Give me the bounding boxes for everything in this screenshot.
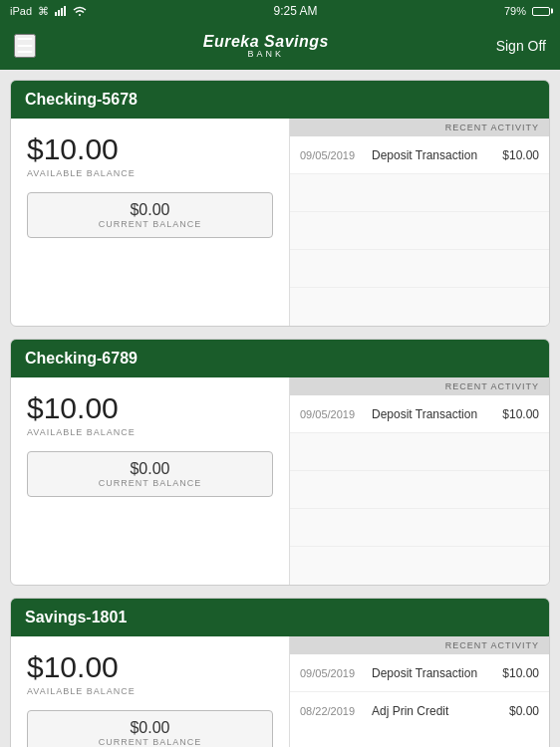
transaction-desc: Deposit Transaction [372,666,491,680]
available-balance-label: AVAILABLE BALANCE [27,427,273,437]
account-body: $10.00 AVAILABLE BALANCE $0.00 CURRENT B… [11,377,549,585]
current-balance-amount: $0.00 [40,201,260,219]
empty-row [290,509,549,547]
current-balance-box[interactable]: $0.00 CURRENT BALANCE [27,451,273,497]
status-left: iPad ⌘︎ [10,5,87,18]
svg-rect-3 [64,6,66,16]
transaction-amount: $10.00 [491,148,539,162]
account-header: Savings-1801 [11,599,549,636]
empty-row [290,174,549,212]
account-body: $10.00 AVAILABLE BALANCE $0.00 CURRENT B… [11,636,549,747]
account-card-savings-1801: Savings-1801 $10.00 AVAILABLE BALANCE $0… [10,598,550,747]
status-right: 79% [504,5,550,17]
app-logo: Eureka Savings Bank [203,33,329,59]
empty-row [290,471,549,509]
account-left: $10.00 AVAILABLE BALANCE $0.00 CURRENT B… [11,377,290,585]
battery-icon [532,7,550,16]
device-label: iPad [10,5,32,17]
available-balance-label: AVAILABLE BALANCE [27,686,273,696]
account-card-checking-5678: Checking-5678 $10.00 AVAILABLE BALANCE $… [10,80,550,327]
available-balance-label: AVAILABLE BALANCE [27,168,273,178]
account-left: $10.00 AVAILABLE BALANCE $0.00 CURRENT B… [11,119,290,326]
current-balance-label: CURRENT BALANCE [40,219,260,229]
transaction-row[interactable]: 09/05/2019 Deposit Transaction $10.00 [290,654,549,692]
recent-activity-header: RECENT ACTIVITY [290,377,549,395]
current-balance-label: CURRENT BALANCE [40,737,260,747]
current-balance-amount: $0.00 [40,719,260,737]
empty-row [290,547,549,585]
current-balance-label: CURRENT BALANCE [40,478,260,488]
transaction-amount: $0.00 [491,704,539,718]
recent-activity-header: RECENT ACTIVITY [290,119,549,136]
account-body: $10.00 AVAILABLE BALANCE $0.00 CURRENT B… [11,119,549,326]
account-right: RECENT ACTIVITY 09/05/2019 Deposit Trans… [290,377,549,585]
transaction-date: 09/05/2019 [300,667,372,679]
account-card-checking-6789: Checking-6789 $10.00 AVAILABLE BALANCE $… [10,339,550,586]
account-header: Checking-6789 [11,340,549,377]
available-balance-amount: $10.00 [27,650,273,684]
transaction-desc: Adj Prin Credit [372,704,491,718]
transaction-row[interactable]: 08/22/2019 Adj Prin Credit $0.00 [290,692,549,730]
current-balance-box[interactable]: $0.00 CURRENT BALANCE [27,710,273,747]
empty-row [290,433,549,471]
wifi-signal-icon [73,6,87,16]
transaction-desc: Deposit Transaction [372,407,491,421]
nav-bar: ☰ Eureka Savings Bank Sign Off [0,22,560,70]
signal-bars-icon [55,6,67,16]
transaction-row[interactable]: 09/05/2019 Deposit Transaction $10.00 [290,395,549,433]
available-balance-amount: $10.00 [27,391,273,425]
account-right: RECENT ACTIVITY 09/05/2019 Deposit Trans… [290,119,549,326]
sign-off-button[interactable]: Sign Off [496,38,546,54]
status-time: 9:25 AM [273,4,317,18]
status-bar: iPad ⌘︎ 9:25 AM 79% [0,0,560,22]
svg-rect-0 [55,12,57,16]
current-balance-amount: $0.00 [40,460,260,478]
svg-rect-2 [61,8,63,16]
transaction-date: 08/22/2019 [300,705,372,717]
empty-row [290,212,549,250]
available-balance-amount: $10.00 [27,132,273,166]
transaction-desc: Deposit Transaction [372,148,491,162]
current-balance-box[interactable]: $0.00 CURRENT BALANCE [27,192,273,238]
svg-point-4 [79,14,81,16]
battery-percent: 79% [504,5,526,17]
transaction-amount: $10.00 [491,666,539,680]
empty-row [290,250,549,288]
svg-rect-1 [58,10,60,16]
transaction-amount: $10.00 [491,407,539,421]
transaction-date: 09/05/2019 [300,149,372,161]
menu-button[interactable]: ☰ [14,34,36,58]
transaction-row[interactable]: 09/05/2019 Deposit Transaction $10.00 [290,136,549,174]
empty-row [290,288,549,326]
account-right: RECENT ACTIVITY 09/05/2019 Deposit Trans… [290,636,549,747]
wifi-icon: ⌘︎ [38,5,49,18]
transaction-date: 09/05/2019 [300,408,372,420]
account-header: Checking-5678 [11,81,549,119]
recent-activity-header: RECENT ACTIVITY [290,636,549,654]
account-left: $10.00 AVAILABLE BALANCE $0.00 CURRENT B… [11,636,290,747]
main-content: Checking-5678 $10.00 AVAILABLE BALANCE $… [0,70,560,747]
